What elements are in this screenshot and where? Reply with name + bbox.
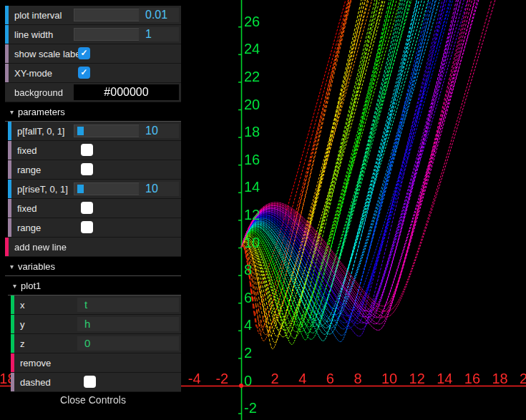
line-width-label: line width [14,29,53,40]
variables-header[interactable]: ▾ variables [5,257,181,276]
row-range-1: range [8,160,181,180]
line-width-value[interactable]: 1 [139,27,179,41]
dashed-label: dashed [20,377,51,388]
row-show-scale-label: show scale label [5,44,181,64]
row-accent [5,6,9,24]
p-riseT-value[interactable]: 10 [139,182,179,196]
fixed-label: fixed [17,145,36,156]
row-p-riseT: p[riseT, 0, 1] 10 [8,180,181,199]
collapse-triangle-icon: ▾ [10,263,14,270]
row-range-2: range [8,218,181,238]
row-line-width: line width 1 [5,25,181,44]
row-accent [8,218,11,237]
row-background: background #000000 [5,83,181,102]
row-accent [11,315,14,333]
z-expression-input[interactable]: 0 [77,336,179,351]
slider-handle[interactable] [77,185,84,193]
collapse-triangle-icon: ▾ [13,282,16,290]
row-accent [11,296,14,314]
p-fallT-label: p[fallT, 0, 1] [17,126,64,137]
xy-mode-checkbox[interactable] [78,67,90,79]
close-controls-button[interactable]: Close Controls [5,394,181,407]
fixed-checkbox[interactable] [81,202,93,214]
row-x: x t [11,296,181,315]
remove-label: remove [20,358,51,368]
background-color-input[interactable]: #000000 [74,84,179,100]
row-plot-interval: plot interval 0.01 [5,6,181,25]
fixed-checkbox[interactable] [81,144,93,156]
plot-interval-label: plot interval [14,10,62,21]
row-fixed-2: fixed [8,199,181,218]
variables-header-label: variables [18,261,55,272]
range-checkbox[interactable] [81,221,93,233]
p-riseT-label: p[riseT, 0, 1] [17,184,68,195]
dashed-checkbox[interactable] [84,376,96,388]
row-accent [5,25,9,44]
plot1-header[interactable]: ▾ plot1 [8,276,181,296]
row-dashed: dashed [11,373,181,392]
controls-panel: plot interval 0.01 line width 1 show sca… [5,6,181,407]
range-checkbox[interactable] [81,163,93,175]
p-riseT-slider[interactable] [74,182,142,195]
row-p-fallT: p[fallT, 0, 1] 10 [8,122,181,141]
x-expression-input[interactable]: t [77,298,179,312]
plot-interval-input[interactable] [74,9,142,21]
row-xy-mode: XY-mode [5,64,181,83]
row-accent [5,238,9,256]
remove-button[interactable]: remove [11,353,181,373]
row-accent [8,160,11,179]
app-window: plot interval 0.01 line width 1 show sca… [0,0,526,420]
parameters-header-label: parameters [18,107,65,117]
plot1-header-label: plot1 [21,280,41,291]
add-new-line-label: add new line [14,242,67,253]
slider-handle[interactable] [77,127,84,135]
background-label: background [14,87,63,98]
parameters-header[interactable]: ▾ parameters [5,102,181,122]
row-z: z 0 [11,334,181,353]
range-label: range [17,165,41,175]
row-accent [8,122,11,140]
show-scale-label-checkbox[interactable] [78,47,90,59]
fixed-label: fixed [17,203,36,214]
range-label: range [17,223,41,233]
row-fixed-1: fixed [8,141,181,160]
row-accent [8,180,11,198]
row-y: y h [11,315,181,334]
add-new-line-button[interactable]: add new line [5,238,181,257]
x-label: x [20,300,25,311]
show-scale-label-label: show scale label [14,49,82,59]
row-accent [8,199,11,218]
row-accent [11,353,14,372]
y-expression-input[interactable]: h [77,317,179,331]
collapse-triangle-icon: ▾ [10,108,14,116]
z-label: z [20,338,25,349]
row-accent [5,44,9,63]
plot-interval-value[interactable]: 0.01 [139,8,179,22]
row-accent [5,64,9,82]
line-width-input[interactable] [74,28,142,41]
row-accent [11,373,14,391]
row-accent [8,141,11,160]
p-fallT-value[interactable]: 10 [139,124,179,138]
y-label: y [20,319,25,330]
p-fallT-slider[interactable] [74,124,142,137]
row-accent [11,334,14,353]
xy-mode-label: XY-mode [14,68,52,79]
